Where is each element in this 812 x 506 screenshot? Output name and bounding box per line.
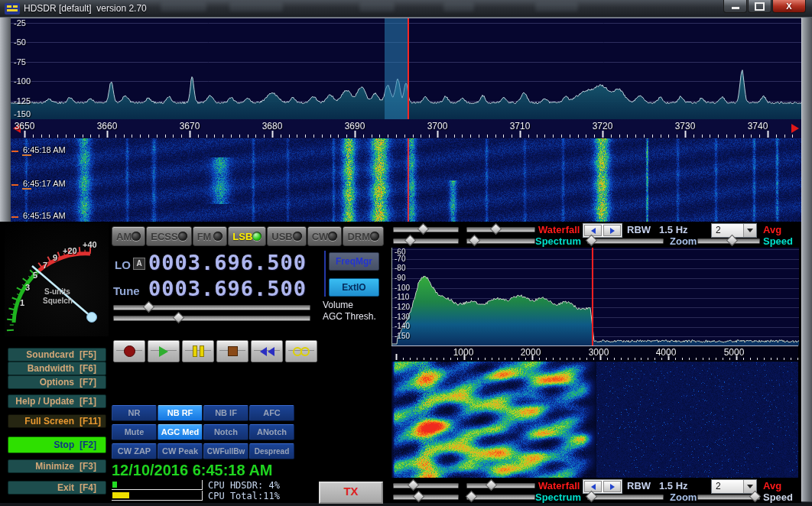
slider-thumb[interactable] [143, 301, 155, 313]
exit-button[interactable]: Exit[F4] [8, 481, 106, 495]
rf-db-label: -75 [14, 57, 26, 66]
rf-spectrum-panel[interactable]: -25 -50 -75 -100 -125 -150 [11, 18, 801, 119]
loop-button[interactable] [285, 340, 317, 362]
bandwidth-button[interactable]: Bandwidth[F6] [8, 362, 106, 375]
soundcard-button[interactable]: Soundcard[F5] [8, 348, 106, 362]
mode-button-lsb[interactable]: LSB [228, 226, 266, 246]
avg-label: Avg [763, 224, 781, 235]
af-db-label: -130 [395, 313, 410, 321]
waterfall-brightness-slider[interactable] [393, 224, 459, 234]
smeter-tick-label: +40 [83, 240, 97, 249]
stop-button[interactable]: Stop[F2] [8, 436, 106, 453]
rf-db-label: -100 [14, 76, 31, 86]
extio-button[interactable]: ExtIO [329, 278, 379, 297]
rbw-increase-button[interactable] [603, 225, 621, 236]
af-spectrum-canvas[interactable] [392, 248, 799, 345]
rf-waterfall-canvas[interactable] [11, 138, 801, 222]
stop-playback-button[interactable] [216, 340, 248, 362]
mode-button-ecss[interactable]: ECSS [146, 226, 191, 246]
rf-frequency-scale[interactable]: 3650 3660 3670 3680 3690 3700 3710 3720 … [11, 119, 801, 138]
rbw-decrease-button[interactable] [584, 481, 602, 492]
hdsdr-app-icon [5, 3, 20, 15]
rewind-button[interactable] [251, 340, 283, 362]
af-waterfall-panel[interactable] [391, 362, 798, 478]
help-update-button[interactable]: Help / Update[F1] [8, 394, 106, 408]
af-frequency-scale[interactable]: 1000 2000 3000 4000 5000 [391, 345, 798, 361]
avg-label: Avg [763, 480, 781, 491]
window-left-border [0, 18, 11, 222]
rf-freq-label: 3730 [672, 121, 698, 131]
slider-thumb[interactable] [173, 312, 185, 324]
close-button[interactable]: X [772, 0, 806, 13]
play-button[interactable] [148, 340, 180, 362]
anotch-button[interactable]: ANotch [249, 424, 294, 440]
waterfall-contrast-slider[interactable] [466, 224, 535, 234]
mode-button-am[interactable]: AM [112, 226, 145, 246]
pause-button[interactable] [182, 340, 214, 362]
s-meter[interactable]: 1 3 5 7 9 +20 +40 S-units Squelch [5, 223, 109, 336]
waterfall-brightness-slider[interactable] [393, 480, 459, 490]
spectrum-ref-slider[interactable] [393, 491, 459, 501]
af-db-label: -120 [395, 303, 410, 311]
mode-button-fm[interactable]: FM [193, 226, 228, 246]
agc-thresh-slider[interactable] [113, 313, 310, 323]
freqmgr-button[interactable]: FreqMgr [329, 252, 379, 271]
rf-freq-label: 3740 [745, 121, 771, 131]
full-screen-button[interactable]: Full Screen[F11] [8, 414, 106, 428]
smeter-tick-label: 5 [33, 271, 37, 280]
af-controls-top: Waterfall RBW 1.5 Hz 2 Avg Spectrum Zoom… [391, 223, 801, 248]
cw-zap-button[interactable]: CW ZAP [112, 443, 157, 459]
af-freq-label: 5000 [720, 347, 748, 358]
zoom-slider[interactable] [587, 491, 664, 501]
window-right-border[interactable] [801, 18, 812, 503]
notch-button[interactable]: Notch [203, 424, 248, 440]
options-button[interactable]: Options[F7] [8, 375, 106, 389]
mode-button-cw[interactable]: CW [307, 226, 343, 246]
despread-button[interactable]: Despread [249, 443, 294, 459]
cw-peak-button[interactable]: CW Peak [158, 443, 203, 459]
speed-slider[interactable] [697, 235, 760, 245]
rf-freq-label: 3650 [11, 121, 37, 131]
rbw-decrease-button[interactable] [584, 225, 602, 236]
waterfall-contrast-slider[interactable] [466, 480, 535, 490]
cw-fullbw-button[interactable]: CWFullBw [203, 443, 248, 459]
spectrum-range-slider[interactable] [466, 491, 535, 501]
titlebar[interactable]: HDSDR [default] version 2.70 X [0, 0, 812, 18]
record-button[interactable] [113, 340, 145, 362]
speed-slider[interactable] [697, 491, 760, 501]
spectrum-range-slider[interactable] [466, 235, 535, 245]
nr-button[interactable]: NR [112, 405, 157, 421]
af-waterfall-canvas[interactable] [391, 362, 798, 478]
nb-if-button[interactable]: NB IF [203, 405, 248, 421]
agc-med-button[interactable]: AGC Med [158, 424, 203, 440]
led-indicator [328, 232, 337, 241]
rf-spectrum-canvas[interactable] [11, 18, 801, 119]
lo-frequency-display[interactable]: 0003.696.500 [148, 251, 307, 274]
lo-auto-button[interactable]: A [133, 258, 145, 270]
volume-slider[interactable] [113, 302, 310, 312]
led-indicator [293, 232, 302, 241]
rbw-increase-button[interactable] [603, 481, 621, 492]
af-spectrum-panel[interactable]: -60 -70 -80 -90 -100 -110 -120 -130 -140… [391, 248, 799, 345]
waterfall-label: Waterfall [538, 224, 580, 235]
led-indicator [132, 232, 141, 241]
zoom-slider[interactable] [587, 235, 664, 245]
afc-button[interactable]: AFC [249, 405, 294, 421]
scale-right-arrow-icon[interactable] [791, 124, 799, 133]
maximize-button[interactable] [748, 0, 771, 13]
mode-button-usb[interactable]: USB [267, 226, 306, 246]
smeter-units-label: S-units [44, 287, 70, 296]
mode-button-row: AM ECSS FM LSB USB CW DRM [112, 226, 384, 245]
tx-button[interactable]: TX [319, 482, 383, 504]
minimize-app-button[interactable]: Minimize[F3] [8, 459, 106, 473]
led-indicator [178, 232, 187, 241]
af-freq-label: 4000 [652, 347, 680, 358]
mute-button[interactable]: Mute [112, 424, 157, 440]
mode-button-drm[interactable]: DRM [343, 226, 384, 246]
rf-waterfall-panel[interactable]: 6:45:18 AM 6:45:17 AM 6:45:15 AM [11, 138, 801, 222]
spectrum-ref-slider[interactable] [393, 235, 459, 245]
af-db-label: -100 [395, 284, 410, 292]
tune-frequency-display[interactable]: 0003.696.500 [148, 277, 307, 300]
minimize-button[interactable] [723, 0, 747, 13]
nb-rf-button[interactable]: NB RF [158, 405, 203, 421]
